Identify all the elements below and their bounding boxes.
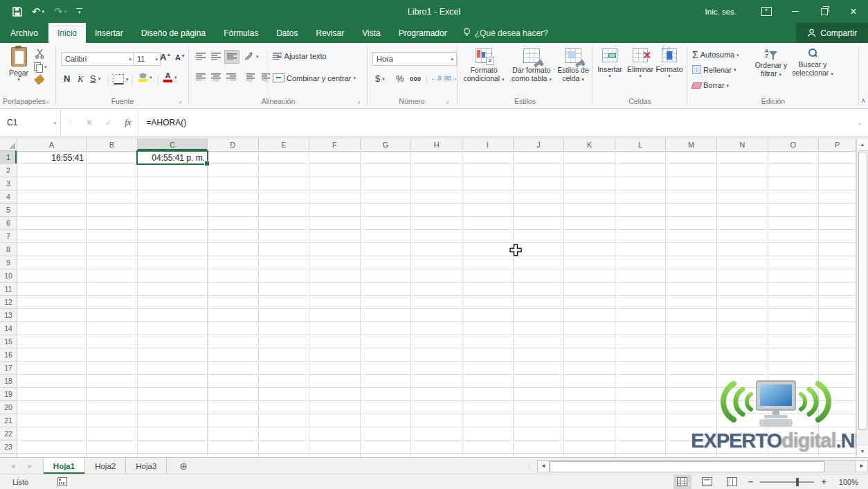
align-bottom-button[interactable] (224, 50, 239, 64)
row-header-20[interactable]: 20 (0, 401, 17, 414)
column-header-e[interactable]: E (259, 139, 310, 150)
column-header-p[interactable]: P (819, 139, 856, 150)
column-header-h[interactable]: H (411, 139, 462, 150)
ribbon-tab-diseno-de-pagina[interactable]: Diseño de página (132, 23, 215, 43)
column-header-o[interactable]: O (768, 139, 820, 150)
ribbon-tab-revisar[interactable]: Revisar (307, 23, 354, 43)
page-layout-view-button[interactable] (698, 475, 716, 489)
column-header-i[interactable]: I (462, 139, 514, 150)
column-header-k[interactable]: K (564, 139, 615, 150)
macro-record-icon[interactable] (57, 477, 67, 486)
sort-filter-button[interactable]: AZ Ordenar y filtrar ▾ (752, 48, 790, 78)
row-header-4[interactable]: 4 (0, 190, 17, 204)
save-icon[interactable] (12, 7, 22, 17)
column-header-g[interactable]: G (361, 139, 412, 150)
find-select-button[interactable]: Buscar y seleccionar ▾ (790, 48, 835, 77)
delete-cells-button[interactable]: ✕ Eliminar ▾ (626, 48, 655, 78)
row-header-17[interactable]: 17 (0, 362, 17, 375)
normal-view-button[interactable] (673, 475, 691, 489)
sheet-nav-left-icon[interactable]: ◄ (10, 463, 16, 470)
zoom-level-label[interactable]: 100% (833, 478, 858, 486)
column-header-l[interactable]: L (615, 139, 667, 150)
increase-decimal-button[interactable]: ←.0 (431, 75, 442, 82)
orientation-button[interactable]: ▾ (244, 51, 259, 61)
ribbon-tab-datos[interactable]: Datos (267, 23, 307, 43)
underline-button[interactable]: S▾ (90, 73, 100, 84)
formula-bar-splitter[interactable]: ⋮ (61, 118, 80, 127)
select-all-corner[interactable] (0, 139, 17, 151)
row-header-18[interactable]: 18 (0, 375, 17, 388)
chevron-down-icon[interactable]: ▾ (53, 121, 56, 125)
sheet-tab-hoja3[interactable]: Hoja3 (126, 458, 167, 474)
format-as-table-button[interactable]: Dar formato como tabla ▾ (508, 48, 555, 82)
close-button[interactable]: × (839, 0, 868, 23)
tell-me-box[interactable]: ¿Qué desea hacer? (456, 23, 555, 43)
column-header-d[interactable]: D (208, 139, 259, 150)
italic-button[interactable]: K (78, 73, 84, 85)
column-header-a[interactable]: A (17, 139, 87, 150)
row-header-2[interactable]: 2 (0, 164, 17, 177)
chevron-down-icon[interactable]: ▾ (42, 9, 45, 14)
borders-button[interactable]: ▾ (114, 74, 129, 85)
clipboard-dialog-launcher[interactable]: ⌟ (46, 97, 48, 104)
column-header-c[interactable]: C (138, 139, 208, 150)
zoom-slider[interactable] (760, 481, 814, 483)
ribbon-tab-formulas[interactable]: Fórmulas (215, 23, 267, 43)
page-break-view-button[interactable] (723, 475, 741, 489)
ribbon-tab-programador[interactable]: Programador (390, 23, 456, 43)
font-size-select[interactable]: 11▾ (133, 52, 161, 66)
bold-button[interactable]: N (64, 73, 70, 84)
number-format-select[interactable]: Hora▾ (372, 52, 457, 66)
comma-style-button[interactable]: 000 (410, 75, 422, 82)
cut-button[interactable] (35, 48, 45, 60)
wrap-text-button[interactable]: ↵ Ajustar texto (273, 52, 327, 60)
font-name-select[interactable]: Calibri▾ (61, 52, 135, 66)
cell-styles-button[interactable]: Estilos de celda ▾ (555, 48, 591, 82)
row-header-14[interactable]: 14 (0, 322, 17, 335)
undo-button[interactable]: ↶▾ (32, 6, 44, 17)
zoom-out-button[interactable]: − (748, 477, 754, 487)
new-sheet-button[interactable]: ⊕ (167, 458, 200, 474)
decrease-decimal-button[interactable]: .00→ (443, 75, 457, 82)
row-header-7[interactable]: 7 (0, 230, 17, 243)
row-header-21[interactable]: 21 (0, 414, 17, 427)
row-header-8[interactable]: 8 (0, 243, 17, 256)
align-top-button[interactable] (194, 50, 208, 62)
fill-handle[interactable] (204, 161, 210, 166)
ribbon-display-options-button[interactable]: ▴ (752, 0, 781, 23)
minimize-button[interactable] (781, 0, 810, 23)
sign-in-button[interactable]: Inic. ses. (690, 8, 752, 16)
collapse-ribbon-button[interactable]: ∧ (861, 97, 866, 104)
name-box[interactable]: C1 ▾ (0, 109, 61, 136)
zoom-slider-thumb[interactable] (796, 478, 799, 486)
column-header-j[interactable]: J (514, 139, 565, 150)
accounting-format-button[interactable]: $▾ (375, 73, 385, 84)
increase-font-button[interactable]: A▲ (160, 52, 171, 62)
scroll-left-icon[interactable]: ◄ (537, 460, 550, 472)
copy-button[interactable]: ▾ (34, 62, 47, 71)
font-dialog-launcher[interactable]: ⌟ (179, 97, 181, 104)
row-header-15[interactable]: 15 (0, 335, 17, 348)
decrease-font-button[interactable]: A▼ (175, 53, 186, 62)
formula-input[interactable]: =AHORA() (138, 109, 858, 136)
row-header-22[interactable]: 22 (0, 427, 17, 441)
scroll-up-icon[interactable]: ▲ (857, 139, 868, 151)
zoom-in-button[interactable]: + (821, 477, 826, 487)
redo-button[interactable]: ↷▾ (54, 6, 66, 17)
conditional-formatting-button[interactable]: ≠ Formato condicional ▾ (461, 48, 507, 82)
horizontal-scroll-thumb[interactable] (550, 461, 825, 472)
align-middle-button[interactable] (209, 50, 223, 62)
row-header-9[interactable]: 9 (0, 256, 17, 269)
insert-cells-button[interactable]: ← Insertar ▾ (595, 48, 624, 78)
scroll-down-icon[interactable]: ▼ (857, 445, 868, 457)
decrease-indent-button[interactable]: ← (242, 71, 256, 83)
row-header-5[interactable]: 5 (0, 204, 17, 217)
column-header-n[interactable]: N (717, 139, 768, 150)
ribbon-tab-vista[interactable]: Vista (353, 23, 389, 43)
row-header-1[interactable]: 1 (0, 151, 17, 164)
number-dialog-launcher[interactable]: ⌟ (446, 97, 449, 104)
row-header-13[interactable]: 13 (0, 309, 17, 322)
share-button[interactable]: Compartir (796, 23, 868, 43)
alignment-dialog-launcher[interactable]: ⌟ (357, 97, 360, 104)
paste-button[interactable]: Pegar ▾ (4, 47, 33, 82)
